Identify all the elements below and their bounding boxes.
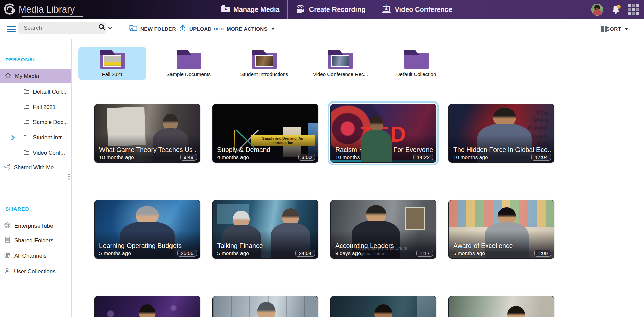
building-icon: [4, 236, 11, 245]
video-card[interactable]: World Markets in an Era of Deglobalizati…: [330, 200, 436, 259]
books-icon: [4, 252, 11, 260]
top-navigation: Manage Media Create Recording: [213, 0, 460, 19]
more-actions-button[interactable]: MORE ACTIONS: [214, 19, 275, 39]
folder-tile-fall-2021[interactable]: Fall 2021: [78, 47, 146, 80]
sidebar-item-enterprisetube[interactable]: EnterpriseTube: [4, 221, 53, 231]
tree-item-label: Fall 2021: [33, 104, 56, 110]
upload-button[interactable]: UPLOAD: [179, 19, 212, 39]
folder-name: Video Conference Rec...: [313, 71, 368, 77]
video-age: 5 months ago: [217, 250, 249, 256]
folder-tile-student-introductions[interactable]: Student Introductions: [230, 47, 298, 80]
video-card[interactable]: Learning Operating Budgets 5 months ago …: [94, 200, 200, 259]
app-logo-icon: [3, 3, 16, 16]
notification-dot: [617, 5, 621, 9]
video-conference-button[interactable]: Video Conference: [373, 0, 460, 19]
menu-item-edit[interactable]: Edit: [527, 140, 549, 148]
sidebar-item-video-conference[interactable]: Video Conf...: [24, 148, 65, 157]
video-card[interactable]: Tips from an Accounting Profess...: [448, 296, 554, 317]
sidebar-item-sample-documents[interactable]: Sample Doc...: [24, 117, 68, 127]
search-icon[interactable]: [98, 24, 106, 32]
video-duration-badge: 3:00: [298, 154, 315, 161]
video-card[interactable]: Talking Finance 5 months ago 24:04: [212, 200, 318, 259]
video-age: 4 months ago: [217, 154, 249, 160]
folder-tile-default-collection[interactable]: Default Collection: [382, 47, 450, 80]
folder-name: Sample Documents: [166, 71, 211, 77]
video-duration-badge: 25:06: [177, 250, 197, 257]
sidebar-item-student-introductions[interactable]: Student Intr...: [24, 133, 66, 142]
menu-item-delete[interactable]: Delete: [527, 132, 549, 140]
video-context-menu: Play Share Publish Delete Edit: [527, 109, 549, 148]
folder-tile-sample-documents[interactable]: Sample Documents: [155, 47, 223, 80]
search-input[interactable]: [18, 25, 98, 31]
video-duration-badge: 1:17: [416, 250, 433, 257]
video-grid: What Game Theory Teaches Us ... 10 month…: [81, 98, 541, 317]
manage-media-button[interactable]: Manage Media: [213, 0, 288, 19]
app-title: Media Library: [19, 4, 75, 15]
globe-icon: [4, 222, 11, 230]
sidebar-item-default-collection[interactable]: Default Coll...: [24, 87, 66, 96]
sidebar-item-fall-2021[interactable]: Fall 2021: [24, 102, 56, 112]
sidebar-item-my-media[interactable]: My Media: [0, 69, 71, 83]
folder-icon: [24, 89, 29, 95]
video-card[interactable]: Award of Excellence 5 months ago 1:00: [448, 200, 554, 259]
video-age: 5 months ago: [99, 250, 131, 256]
sidebar-item-shared-folders[interactable]: Shared Folders: [4, 235, 53, 246]
sidebar-item-all-channels[interactable]: All Channels: [4, 251, 46, 261]
notifications-button[interactable]: [611, 5, 620, 14]
video-card[interactable]: Supply and Demand: An Introduction Suppl…: [212, 104, 318, 163]
my-media-label: My Media: [15, 73, 39, 80]
folder-icon: [328, 50, 353, 69]
create-recording-button[interactable]: Create Recording: [288, 0, 373, 19]
brand[interactable]: Media Library: [3, 0, 75, 19]
more-actions-label: MORE ACTIONS: [227, 26, 268, 32]
video-card[interactable]: Play Share Publish Delete Edit The Hidde…: [448, 104, 554, 163]
folder-name: Fall 2021: [102, 71, 123, 77]
video-card-selected[interactable]: TED Racism Has A Cost For Everyone... 10…: [330, 104, 436, 163]
video-card[interactable]: What Game Theory Teaches Us ... 10 month…: [94, 104, 200, 163]
new-folder-icon: [129, 25, 137, 33]
video-duration-badge: 24:04: [295, 250, 315, 257]
menu-item-share[interactable]: Share: [527, 117, 549, 124]
menu-item-publish[interactable]: Publish: [527, 124, 549, 132]
apps-grid-button[interactable]: [628, 4, 639, 15]
manage-media-icon: [221, 5, 230, 14]
upload-label: UPLOAD: [189, 26, 212, 32]
sort-button[interactable]: SORT: [606, 19, 628, 39]
expand-chevron-icon[interactable]: [12, 135, 15, 141]
tree-item-label: Student Intr...: [33, 134, 66, 141]
personal-section-header: PERSONAL: [5, 56, 37, 62]
thumbnail-caption-text: World Markets in an Era of Deglobalizati…: [355, 246, 408, 257]
menu-toggle-button[interactable]: [7, 26, 16, 32]
sidebar-item-user-collections[interactable]: User Collections: [4, 267, 56, 277]
folder-icon: [177, 50, 201, 69]
new-folder-button[interactable]: NEW FOLDER: [129, 19, 176, 39]
folder-tile-video-conference-rec[interactable]: Video Conference Rec...: [306, 47, 374, 80]
video-age: 10 months ago: [453, 154, 488, 160]
shared-section-header: SHARED: [5, 206, 29, 212]
folder-name: Student Introductions: [240, 71, 289, 77]
video-card[interactable]: Credit Analysis Interview: [330, 296, 436, 317]
shared-item-label: Shared Folders: [14, 237, 53, 244]
user-avatar[interactable]: [591, 4, 603, 16]
tree-item-label: Sample Doc...: [33, 119, 68, 126]
manage-media-label: Manage Media: [233, 6, 280, 14]
video-age: 10 months ago: [99, 154, 134, 160]
video-conference-label: Video Conference: [395, 6, 452, 14]
search-scope-chevron-icon[interactable]: [108, 25, 112, 31]
folder-icon: [24, 119, 29, 126]
sidebar-item-shared-with-me[interactable]: Shared With Me: [4, 163, 54, 172]
sidebar: PERSONAL My Media Default Coll... Fall 2…: [0, 39, 72, 317]
sidebar-resize-handle[interactable]: [68, 174, 71, 180]
shared-with-me-label: Shared With Me: [14, 164, 54, 171]
shared-item-label: EnterpriseTube: [14, 223, 53, 229]
video-duration-badge: 17:04: [531, 154, 551, 161]
action-toolbar: NEW FOLDER UPLOAD MORE ACTIONS SORT: [0, 19, 644, 39]
video-title: Supply & Demand: [217, 146, 315, 154]
search-box[interactable]: [18, 22, 106, 34]
more-actions-caret-icon: [271, 28, 275, 30]
menu-item-play[interactable]: Play: [527, 109, 549, 117]
video-card[interactable]: Legal Language of the Market: [94, 296, 200, 317]
video-card[interactable]: A Look at Accounting Standards: [212, 296, 318, 317]
video-duration-badge: 9:49: [180, 154, 197, 161]
home-icon: [5, 72, 12, 80]
